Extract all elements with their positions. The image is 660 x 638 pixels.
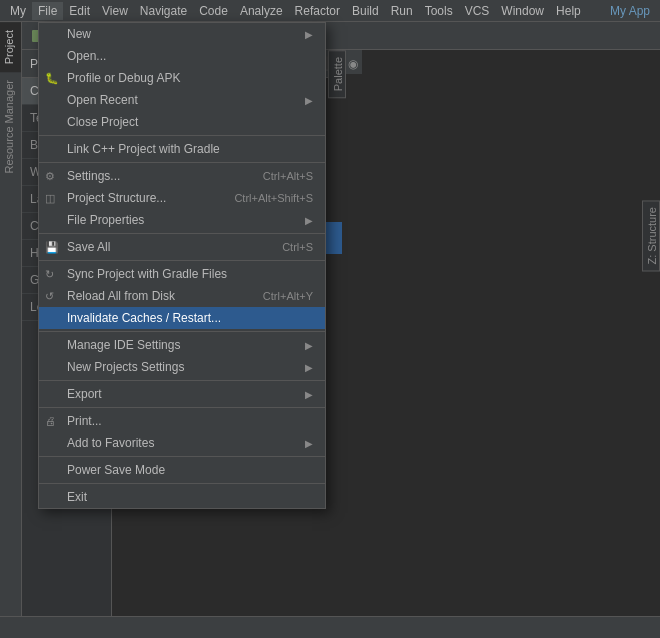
open-recent-arrow-icon: ▶: [305, 95, 313, 106]
menu-item-new-projects-settings-label: New Projects Settings: [67, 360, 305, 374]
menu-item-add-favorites-label: Add to Favorites: [67, 436, 305, 450]
left-panel-tabs: Project Resource Manager: [0, 22, 22, 638]
menu-item-open-recent-label: Open Recent: [67, 93, 305, 107]
menu-item-profile-debug-label: Profile or Debug APK: [67, 71, 313, 85]
menu-item-manage-ide-label: Manage IDE Settings: [67, 338, 305, 352]
menubar-item-navigate[interactable]: Navigate: [134, 2, 193, 20]
separator-9: [39, 483, 325, 484]
reload-all-shortcut: Ctrl+Alt+Y: [263, 290, 313, 302]
save-icon: 💾: [45, 241, 59, 254]
menubar-item-refactor[interactable]: Refactor: [289, 2, 346, 20]
sync-icon: ↻: [45, 268, 54, 281]
menubar-item-view[interactable]: View: [96, 2, 134, 20]
menu-item-reload-all-label: Reload All from Disk: [67, 289, 263, 303]
separator-3: [39, 233, 325, 234]
menu-item-open-label: Open...: [67, 49, 313, 63]
menubar-item-tools[interactable]: Tools: [419, 2, 459, 20]
separator-7: [39, 407, 325, 408]
bottom-status-bar: [0, 616, 660, 638]
menu-item-file-properties-label: File Properties: [67, 213, 305, 227]
menu-item-new[interactable]: New ▶: [39, 23, 325, 45]
separator-6: [39, 380, 325, 381]
menu-item-invalidate-caches[interactable]: Invalidate Caches / Restart...: [39, 307, 325, 329]
menu-item-close-project[interactable]: Close Project: [39, 111, 325, 133]
menubar-item-vcs[interactable]: VCS: [459, 2, 496, 20]
menu-item-reload-all[interactable]: ↺ Reload All from Disk Ctrl+Alt+Y: [39, 285, 325, 307]
menubar-item-build[interactable]: Build: [346, 2, 385, 20]
menu-item-save-all-label: Save All: [67, 240, 282, 254]
save-all-shortcut: Ctrl+S: [282, 241, 313, 253]
settings-gear-icon: ⚙: [45, 170, 55, 183]
menu-item-exit[interactable]: Exit: [39, 486, 325, 508]
panel-tab-resource-manager[interactable]: Resource Manager: [0, 72, 21, 182]
project-structure-shortcut: Ctrl+Alt+Shift+S: [234, 192, 313, 204]
menu-item-power-save[interactable]: Power Save Mode: [39, 459, 325, 481]
project-structure-icon: ◫: [45, 192, 55, 205]
menu-item-save-all[interactable]: 💾 Save All Ctrl+S: [39, 236, 325, 258]
menu-item-manage-ide[interactable]: Manage IDE Settings ▶: [39, 334, 325, 356]
menu-item-sync-project-label: Sync Project with Gradle Files: [67, 267, 313, 281]
menu-item-sync-project[interactable]: ↻ Sync Project with Gradle Files: [39, 263, 325, 285]
right-icon-1[interactable]: ◉: [345, 56, 361, 72]
menu-item-profile-debug[interactable]: 🐛 Profile or Debug APK: [39, 67, 325, 89]
separator-2: [39, 162, 325, 163]
menu-item-link-cpp-label: Link C++ Project with Gradle: [67, 142, 313, 156]
menu-item-new-label: New: [67, 27, 305, 41]
editor-area: ◉: [342, 50, 660, 638]
menu-item-print[interactable]: 🖨 Print...: [39, 410, 325, 432]
menu-item-invalidate-caches-label: Invalidate Caches / Restart...: [67, 311, 313, 325]
new-arrow-icon: ▶: [305, 29, 313, 40]
separator-4: [39, 260, 325, 261]
separator-5: [39, 331, 325, 332]
file-dropdown-menu: New ▶ Open... 🐛 Profile or Debug APK Ope…: [38, 22, 326, 509]
reload-icon: ↺: [45, 290, 54, 303]
menu-item-file-properties[interactable]: File Properties ▶: [39, 209, 325, 231]
menu-item-exit-label: Exit: [67, 490, 313, 504]
menu-item-export-label: Export: [67, 387, 305, 401]
separator-1: [39, 135, 325, 136]
panel-tab-project[interactable]: Project: [0, 22, 21, 72]
settings-shortcut: Ctrl+Alt+S: [263, 170, 313, 182]
structure-side-tab[interactable]: Z: Structure: [642, 200, 660, 271]
menu-item-open-recent[interactable]: Open Recent ▶: [39, 89, 325, 111]
menu-item-open[interactable]: Open...: [39, 45, 325, 67]
manage-ide-arrow-icon: ▶: [305, 340, 313, 351]
menubar-item-help[interactable]: Help: [550, 2, 587, 20]
menu-item-project-structure[interactable]: ◫ Project Structure... Ctrl+Alt+Shift+S: [39, 187, 325, 209]
menu-item-settings[interactable]: ⚙ Settings... Ctrl+Alt+S: [39, 165, 325, 187]
menu-item-export[interactable]: Export ▶: [39, 383, 325, 405]
menubar-item-code[interactable]: Code: [193, 2, 234, 20]
menu-item-power-save-label: Power Save Mode: [67, 463, 313, 477]
menubar-item-my[interactable]: My: [4, 2, 32, 20]
add-favorites-arrow-icon: ▶: [305, 438, 313, 449]
menu-item-add-favorites[interactable]: Add to Favorites ▶: [39, 432, 325, 454]
menu-item-project-structure-label: Project Structure...: [67, 191, 234, 205]
menubar: My File Edit View Navigate Code Analyze …: [0, 0, 660, 22]
separator-8: [39, 456, 325, 457]
new-projects-arrow-icon: ▶: [305, 362, 313, 373]
file-properties-arrow-icon: ▶: [305, 215, 313, 226]
menubar-item-analyze[interactable]: Analyze: [234, 2, 289, 20]
print-icon: 🖨: [45, 415, 56, 427]
export-arrow-icon: ▶: [305, 389, 313, 400]
menu-item-close-project-label: Close Project: [67, 115, 313, 129]
menu-item-print-label: Print...: [67, 414, 313, 428]
menubar-item-run[interactable]: Run: [385, 2, 419, 20]
app-name: My App: [604, 2, 656, 20]
palette-side-tab[interactable]: Palette: [328, 50, 346, 98]
menu-item-new-projects-settings[interactable]: New Projects Settings ▶: [39, 356, 325, 378]
menubar-item-edit[interactable]: Edit: [63, 2, 96, 20]
bug-icon: 🐛: [45, 72, 59, 85]
menubar-item-file[interactable]: File: [32, 2, 63, 20]
menu-item-settings-label: Settings...: [67, 169, 263, 183]
menubar-item-window[interactable]: Window: [495, 2, 550, 20]
menu-item-link-cpp[interactable]: Link C++ Project with Gradle: [39, 138, 325, 160]
